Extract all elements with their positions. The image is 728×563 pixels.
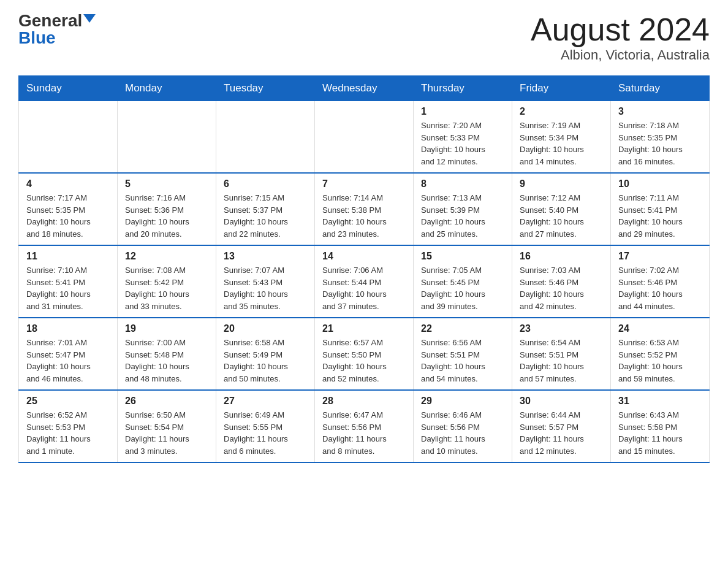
day-header-monday: Monday	[118, 76, 216, 101]
calendar-cell: 1Sunrise: 7:20 AM Sunset: 5:33 PM Daylig…	[414, 101, 512, 174]
calendar-cell: 11Sunrise: 7:10 AM Sunset: 5:41 PM Dayli…	[19, 245, 118, 318]
calendar-week-row: 25Sunrise: 6:52 AM Sunset: 5:53 PM Dayli…	[19, 390, 710, 462]
logo: General Blue	[18, 12, 96, 47]
day-info: Sunrise: 7:07 AM Sunset: 5:43 PM Dayligh…	[224, 264, 307, 312]
calendar-cell: 7Sunrise: 7:14 AM Sunset: 5:38 PM Daylig…	[315, 173, 414, 245]
day-number: 26	[125, 396, 208, 407]
calendar-cell: 16Sunrise: 7:03 AM Sunset: 5:46 PM Dayli…	[512, 245, 611, 318]
calendar-cell: 28Sunrise: 6:47 AM Sunset: 5:56 PM Dayli…	[315, 390, 414, 462]
day-info: Sunrise: 7:17 AM Sunset: 5:35 PM Dayligh…	[26, 192, 110, 240]
day-number: 14	[322, 251, 406, 262]
day-info: Sunrise: 7:02 AM Sunset: 5:46 PM Dayligh…	[618, 264, 702, 312]
day-info: Sunrise: 7:12 AM Sunset: 5:40 PM Dayligh…	[520, 192, 603, 240]
day-info: Sunrise: 7:10 AM Sunset: 5:41 PM Dayligh…	[26, 264, 110, 312]
day-info: Sunrise: 6:52 AM Sunset: 5:53 PM Dayligh…	[26, 409, 110, 457]
day-info: Sunrise: 6:47 AM Sunset: 5:56 PM Dayligh…	[322, 409, 406, 457]
title-section: August 2024 Albion, Victoria, Australia	[531, 12, 710, 63]
day-number: 15	[421, 251, 504, 262]
calendar-subtitle: Albion, Victoria, Australia	[531, 47, 710, 63]
day-info: Sunrise: 7:01 AM Sunset: 5:47 PM Dayligh…	[26, 337, 110, 385]
calendar-cell: 9Sunrise: 7:12 AM Sunset: 5:40 PM Daylig…	[512, 173, 611, 245]
day-number: 30	[520, 396, 603, 407]
day-number: 9	[520, 178, 603, 190]
day-info: Sunrise: 7:11 AM Sunset: 5:41 PM Dayligh…	[618, 192, 702, 240]
day-header-friday: Friday	[512, 76, 611, 101]
calendar-cell: 6Sunrise: 7:15 AM Sunset: 5:37 PM Daylig…	[216, 173, 315, 245]
calendar-cell: 19Sunrise: 7:00 AM Sunset: 5:48 PM Dayli…	[118, 318, 216, 390]
day-number: 22	[421, 323, 504, 334]
day-info: Sunrise: 6:44 AM Sunset: 5:57 PM Dayligh…	[520, 409, 603, 457]
calendar-cell: 4Sunrise: 7:17 AM Sunset: 5:35 PM Daylig…	[19, 173, 118, 245]
day-info: Sunrise: 6:58 AM Sunset: 5:49 PM Dayligh…	[224, 337, 307, 385]
calendar-cell: 13Sunrise: 7:07 AM Sunset: 5:43 PM Dayli…	[216, 245, 315, 318]
day-number: 1	[421, 106, 504, 117]
calendar-cell: 15Sunrise: 7:05 AM Sunset: 5:45 PM Dayli…	[414, 245, 512, 318]
day-number: 28	[322, 396, 406, 407]
day-number: 13	[224, 251, 307, 262]
calendar-cell: 14Sunrise: 7:06 AM Sunset: 5:44 PM Dayli…	[315, 245, 414, 318]
day-info: Sunrise: 7:20 AM Sunset: 5:33 PM Dayligh…	[421, 120, 504, 167]
day-info: Sunrise: 7:16 AM Sunset: 5:36 PM Dayligh…	[125, 192, 208, 240]
calendar-cell: 12Sunrise: 7:08 AM Sunset: 5:42 PM Dayli…	[118, 245, 216, 318]
day-number: 18	[26, 323, 110, 334]
calendar-header-row: SundayMondayTuesdayWednesdayThursdayFrid…	[19, 76, 710, 101]
day-number: 5	[125, 178, 208, 190]
day-number: 4	[26, 178, 110, 190]
day-number: 23	[520, 323, 603, 334]
calendar-cell: 3Sunrise: 7:18 AM Sunset: 5:35 PM Daylig…	[611, 101, 710, 174]
day-info: Sunrise: 7:06 AM Sunset: 5:44 PM Dayligh…	[322, 264, 406, 312]
calendar-cell: 8Sunrise: 7:13 AM Sunset: 5:39 PM Daylig…	[414, 173, 512, 245]
calendar-cell: 2Sunrise: 7:19 AM Sunset: 5:34 PM Daylig…	[512, 101, 611, 174]
day-info: Sunrise: 6:56 AM Sunset: 5:51 PM Dayligh…	[421, 337, 504, 385]
day-number: 16	[520, 251, 603, 262]
day-header-sunday: Sunday	[19, 76, 118, 101]
calendar-cell: 29Sunrise: 6:46 AM Sunset: 5:56 PM Dayli…	[414, 390, 512, 462]
day-number: 20	[224, 323, 307, 334]
calendar-cell	[19, 101, 118, 174]
day-number: 25	[26, 396, 110, 407]
calendar-table: SundayMondayTuesdayWednesdayThursdayFrid…	[18, 75, 710, 463]
calendar-cell: 17Sunrise: 7:02 AM Sunset: 5:46 PM Dayli…	[611, 245, 710, 318]
day-number: 11	[26, 251, 110, 262]
day-info: Sunrise: 7:03 AM Sunset: 5:46 PM Dayligh…	[520, 264, 603, 312]
day-number: 8	[421, 178, 504, 190]
day-info: Sunrise: 7:14 AM Sunset: 5:38 PM Dayligh…	[322, 192, 406, 240]
calendar-week-row: 4Sunrise: 7:17 AM Sunset: 5:35 PM Daylig…	[19, 173, 710, 245]
calendar-cell: 24Sunrise: 6:53 AM Sunset: 5:52 PM Dayli…	[611, 318, 710, 390]
logo-general-text: General	[18, 12, 82, 29]
day-number: 10	[618, 178, 702, 190]
calendar-cell	[118, 101, 216, 174]
calendar-cell	[315, 101, 414, 174]
calendar-cell	[216, 101, 315, 174]
day-info: Sunrise: 7:05 AM Sunset: 5:45 PM Dayligh…	[421, 264, 504, 312]
day-info: Sunrise: 6:53 AM Sunset: 5:52 PM Dayligh…	[618, 337, 702, 385]
calendar-cell: 30Sunrise: 6:44 AM Sunset: 5:57 PM Dayli…	[512, 390, 611, 462]
calendar-cell: 21Sunrise: 6:57 AM Sunset: 5:50 PM Dayli…	[315, 318, 414, 390]
day-info: Sunrise: 7:15 AM Sunset: 5:37 PM Dayligh…	[224, 192, 307, 240]
day-number: 6	[224, 178, 307, 190]
calendar-cell: 22Sunrise: 6:56 AM Sunset: 5:51 PM Dayli…	[414, 318, 512, 390]
day-header-tuesday: Tuesday	[216, 76, 315, 101]
calendar-week-row: 18Sunrise: 7:01 AM Sunset: 5:47 PM Dayli…	[19, 318, 710, 390]
calendar-cell: 5Sunrise: 7:16 AM Sunset: 5:36 PM Daylig…	[118, 173, 216, 245]
calendar-cell: 20Sunrise: 6:58 AM Sunset: 5:49 PM Dayli…	[216, 318, 315, 390]
calendar-cell: 10Sunrise: 7:11 AM Sunset: 5:41 PM Dayli…	[611, 173, 710, 245]
calendar-cell: 18Sunrise: 7:01 AM Sunset: 5:47 PM Dayli…	[19, 318, 118, 390]
logo-triangle-icon	[83, 14, 96, 23]
day-info: Sunrise: 6:43 AM Sunset: 5:58 PM Dayligh…	[618, 409, 702, 457]
day-info: Sunrise: 6:54 AM Sunset: 5:51 PM Dayligh…	[520, 337, 603, 385]
day-number: 17	[618, 251, 702, 262]
day-number: 2	[520, 106, 603, 117]
day-info: Sunrise: 7:08 AM Sunset: 5:42 PM Dayligh…	[125, 264, 208, 312]
calendar-week-row: 11Sunrise: 7:10 AM Sunset: 5:41 PM Dayli…	[19, 245, 710, 318]
day-info: Sunrise: 7:19 AM Sunset: 5:34 PM Dayligh…	[520, 120, 603, 167]
calendar-cell: 31Sunrise: 6:43 AM Sunset: 5:58 PM Dayli…	[611, 390, 710, 462]
page-header: General Blue August 2024 Albion, Victori…	[18, 12, 710, 63]
day-number: 24	[618, 323, 702, 334]
calendar-title: August 2024	[531, 12, 710, 47]
day-number: 12	[125, 251, 208, 262]
day-number: 27	[224, 396, 307, 407]
day-info: Sunrise: 7:18 AM Sunset: 5:35 PM Dayligh…	[618, 120, 702, 167]
day-number: 29	[421, 396, 504, 407]
logo-blue-text: Blue	[18, 29, 56, 47]
